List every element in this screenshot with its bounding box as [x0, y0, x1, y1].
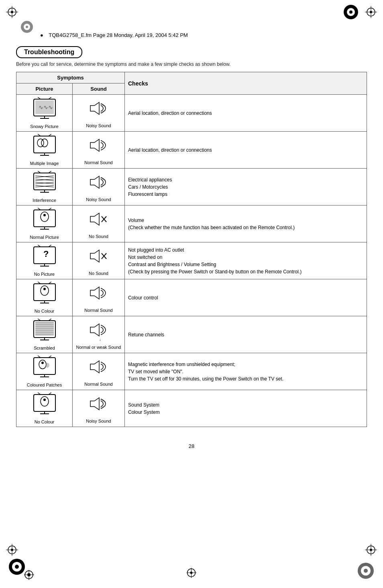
picture-icon-wrapper: Scrambled: [20, 319, 69, 350]
picture-icon-wrapper: ? No Picture: [20, 245, 69, 277]
sound-cell: Noisy Sound: [73, 390, 125, 427]
checks-text: Electrical appliancesCars / MotorcyclesF…: [128, 176, 363, 198]
svg-point-107: [45, 363, 49, 368]
svg-marker-55: [90, 176, 99, 188]
svg-rect-80: [35, 285, 54, 299]
svg-point-126: [15, 565, 19, 569]
sound-icon-wrapper: Normal Sound: [76, 283, 121, 313]
picture-icon-wrapper: Interference: [20, 171, 69, 203]
top-right-corner-mark: [365, 6, 377, 18]
header-file-info: ● TQB4G2758_E.fm Page 28 Monday, April 1…: [40, 32, 367, 38]
main-content: Troubleshooting Before you call for serv…: [16, 46, 367, 427]
checks-text: Colour control: [128, 294, 363, 301]
picture-label: Scrambled: [34, 346, 55, 350]
sound-cell: Noisy Sound: [73, 95, 125, 132]
checks-cell: Not plugged into AC outletNot switched o…: [125, 242, 367, 279]
picture-label: Snowy Picture: [30, 124, 58, 129]
sound-cell: Normal Sound: [73, 132, 125, 169]
sound-icon-wrapper: Noisy Sound: [76, 394, 121, 423]
sound-label: Normal Sound: [84, 160, 112, 165]
svg-point-82: [43, 288, 46, 290]
table-row: ∿∿∿ Snowy Picture Noisy SoundAerial loca…: [16, 95, 367, 132]
sound-icon-wrapper: No Sound: [76, 246, 121, 276]
file-info-text: TQB4G2758_E.fm Page 28 Monday, April 19,…: [49, 32, 188, 38]
svg-point-18: [349, 10, 352, 14]
sound-cell: No Sound: [73, 205, 125, 242]
picture-cell: No Colour: [16, 390, 73, 427]
sound-header: Sound: [73, 83, 125, 95]
picture-icon-wrapper: Coloured Patches: [20, 356, 69, 387]
svg-point-21: [26, 26, 28, 28]
intro-text: Before you call for service, determine t…: [16, 61, 367, 67]
checks-cell: Magnetic interference from unshielded eq…: [125, 353, 367, 390]
svg-marker-101: [90, 324, 99, 336]
picture-label: Multiple Image: [30, 161, 59, 166]
table-row: No Colour Noisy SoundSound SystemColour …: [16, 390, 367, 427]
sound-cell: No Sound: [73, 242, 125, 279]
checks-text: Magnetic interference from unshielded eq…: [128, 361, 363, 383]
picture-icon-wrapper: ∿∿∿ Snowy Picture: [20, 97, 69, 129]
picture-icon-wrapper: No Colour: [20, 393, 69, 424]
sound-cell: Normal Sound: [73, 353, 125, 390]
svg-point-106: [41, 362, 44, 364]
sound-label: Normal Sound: [84, 382, 112, 387]
svg-marker-76: [90, 250, 99, 262]
picture-icon-wrapper: Multiple Image: [20, 134, 69, 166]
svg-marker-112: [90, 361, 99, 373]
picture-label: Coloured Patches: [27, 383, 62, 387]
checks-cell: Electrical appliancesCars / MotorcyclesF…: [125, 169, 367, 205]
sound-cell: Normal Sound: [73, 279, 125, 316]
picture-cell: ? No Picture: [16, 242, 73, 279]
bottom-left-small-circle: [24, 570, 34, 580]
picture-label: No Colour: [35, 309, 55, 313]
checks-text: Not plugged into AC outletNot switched o…: [128, 246, 363, 275]
sound-label: Normal Sound: [84, 308, 112, 313]
table-row: Normal Picture No SoundVolume(Check whet…: [16, 205, 367, 242]
bottom-center-crosshair: [187, 568, 197, 578]
picture-label: Normal Picture: [30, 235, 59, 240]
sound-cell: Noisy Sound: [73, 169, 125, 205]
svg-text:↓: ↓: [99, 338, 101, 342]
picture-cell: No Colour: [16, 279, 73, 316]
sound-cell: ↓ Normal or weak Sound: [73, 316, 125, 353]
svg-point-133: [364, 569, 368, 573]
checks-text: Volume(Check whether the mute function h…: [128, 217, 363, 231]
svg-rect-59: [35, 211, 54, 225]
sound-icon-wrapper: ↓ Normal or weak Sound: [76, 320, 121, 350]
picture-cell: Coloured Patches: [16, 353, 73, 390]
checks-text: Retune channels: [128, 331, 363, 338]
checks-cell: Sound SystemColour System: [125, 390, 367, 427]
symptoms-header: Symptoms: [16, 72, 125, 83]
svg-marker-40: [90, 139, 99, 151]
table-row: ? No Picture No SoundNot plugged into AC…: [16, 242, 367, 279]
sound-label: Noisy Sound: [86, 419, 111, 423]
sound-icon-wrapper: No Sound: [76, 209, 121, 239]
top-left-corner-mark: [6, 6, 18, 18]
sound-icon-wrapper: Normal Sound: [76, 135, 121, 165]
picture-icon-wrapper: No Colour: [20, 282, 69, 313]
picture-icon-wrapper: Normal Picture: [20, 208, 69, 240]
sound-label: Noisy Sound: [86, 197, 111, 202]
picture-header: Picture: [16, 83, 73, 95]
sound-icon-wrapper: Noisy Sound: [76, 172, 121, 202]
picture-cell: Normal Picture: [16, 205, 73, 242]
svg-marker-66: [90, 213, 99, 225]
bottom-left-corner-mark: [6, 544, 18, 556]
picture-label: Interference: [33, 198, 56, 203]
sound-label: No Sound: [89, 234, 108, 239]
bottom-left-big-circle: [8, 558, 26, 576]
page-number: 28: [16, 443, 367, 449]
table-row: Coloured Patches Normal SoundMagnetic in…: [16, 353, 367, 390]
sound-label: Normal or weak Sound: [76, 345, 121, 350]
picture-cell: Scrambled: [16, 316, 73, 353]
table-row: No Colour Normal SoundColour control: [16, 279, 367, 316]
svg-marker-29: [90, 102, 99, 114]
svg-rect-33: [35, 137, 54, 151]
picture-label: No Colour: [35, 419, 55, 424]
checks-cell: Aerial location, direction or connection…: [125, 132, 367, 169]
svg-point-116: [43, 399, 46, 401]
svg-rect-114: [35, 396, 54, 409]
table-row: Multiple Image Normal SoundAerial locati…: [16, 132, 367, 169]
svg-text:∿∿∿: ∿∿∿: [39, 104, 53, 110]
table-row: Scrambled ↓ Normal or weak SoundRetune c…: [16, 316, 367, 353]
